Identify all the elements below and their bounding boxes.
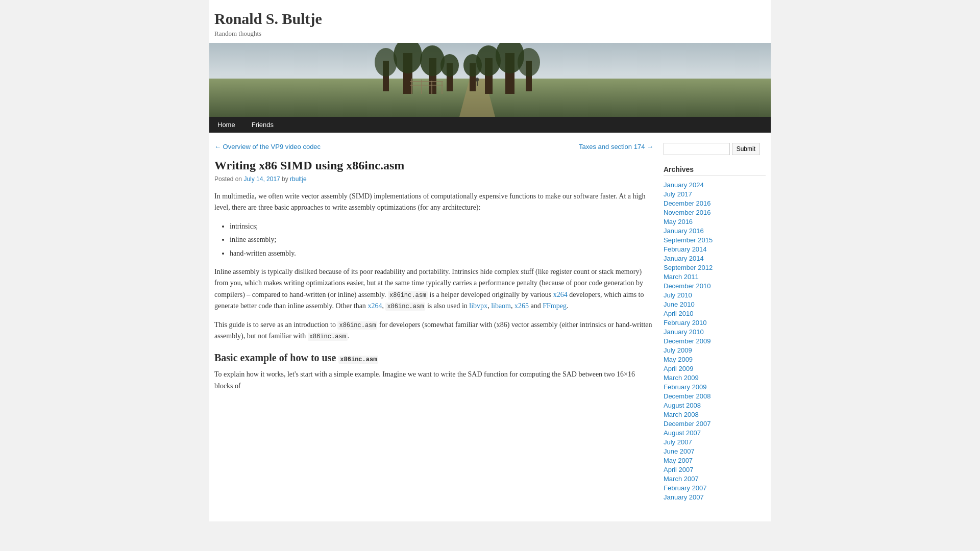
archive-link[interactable]: January 2010 [664,328,704,336]
link-x265[interactable]: x265 [514,302,529,310]
archive-link[interactable]: July 2017 [664,190,692,198]
archive-list-item: March 2011 [664,273,766,281]
svg-point-6 [420,45,445,76]
main-content: ← Overview of the VP9 video codec Taxes … [214,143,653,511]
archive-link[interactable]: December 2010 [664,282,711,290]
archive-link[interactable]: August 2007 [664,429,701,437]
search-form[interactable]: Search [664,143,766,155]
archive-list-item: December 2009 [664,337,766,345]
sidebar: Search Archives January 2024July 2017Dec… [664,143,766,511]
archive-link[interactable]: July 2010 [664,291,692,299]
banner-image [209,43,771,117]
site-title[interactable]: Ronald S. Bultje [214,10,771,28]
svg-point-18 [518,48,540,77]
search-button[interactable]: Search [732,143,760,155]
svg-rect-19 [411,79,412,94]
site-title-link[interactable]: Ronald S. Bultje [214,10,322,27]
archive-list-item: December 2010 [664,282,766,290]
post-content: In multimedia, we often write vector ass… [214,191,653,392]
archive-link[interactable]: August 2008 [664,402,701,409]
post-date-link[interactable]: July 14, 2017 [243,176,280,183]
archive-list-item: September 2012 [664,264,766,271]
link-libaom[interactable]: libaom [491,302,511,310]
archive-list-item: May 2009 [664,356,766,363]
archive-link[interactable]: January 2014 [664,255,704,262]
archive-link[interactable]: March 2011 [664,273,699,281]
link-libvpx[interactable]: libvpx [469,302,487,310]
archive-link[interactable]: December 2008 [664,392,711,400]
archive-link[interactable]: February 2007 [664,484,707,492]
archive-link[interactable]: July 2007 [664,438,692,446]
archive-list-item: July 2009 [664,346,766,354]
archive-link[interactable]: December 2016 [664,199,711,207]
archive-link[interactable]: April 2007 [664,466,694,473]
search-input[interactable] [664,143,730,155]
archive-link[interactable]: May 2007 [664,457,693,464]
archive-list-item: January 2014 [664,255,766,262]
archive-list-item: February 2009 [664,383,766,391]
archive-link[interactable]: September 2015 [664,236,713,244]
archive-list-item: February 2007 [664,484,766,492]
search-widget: Search [664,143,766,155]
archive-list-item: March 2007 [664,475,766,483]
archive-link[interactable]: January 2016 [664,227,704,235]
archive-link[interactable]: March 2009 [664,374,699,382]
archive-link[interactable]: December 2009 [664,337,711,345]
archive-link[interactable]: February 2014 [664,245,707,253]
archive-list-item: December 2016 [664,199,766,207]
archive-link[interactable]: January 2024 [664,181,704,189]
post-author-link[interactable]: rbultje [290,176,307,183]
archive-list-item: January 2016 [664,227,766,235]
nav-link-friends[interactable]: Friends [243,117,282,133]
archive-list-item: January 2007 [664,493,766,501]
archive-list-item: March 2008 [664,411,766,418]
archive-list-item: March 2009 [664,374,766,382]
archive-list-item: June 2007 [664,447,766,455]
archive-link[interactable]: December 2007 [664,420,711,428]
archive-link[interactable]: May 2016 [664,218,693,226]
svg-point-16 [375,48,397,77]
archive-list-item: December 2008 [664,392,766,400]
link-x264-2[interactable]: x264 [368,302,382,310]
nav-link-home[interactable]: Home [209,117,243,133]
archive-link[interactable]: November 2016 [664,209,711,216]
archive-link[interactable]: April 2010 [664,310,694,317]
archive-link[interactable]: July 2009 [664,346,692,354]
archive-list-item: January 2024 [664,181,766,189]
svg-point-8 [440,54,459,77]
nav-item-friends[interactable]: Friends [243,117,282,133]
archive-list-item: May 2016 [664,218,766,226]
archive-list-item: February 2010 [664,319,766,327]
archive-link[interactable]: September 2012 [664,264,713,271]
archive-link[interactable]: January 2007 [664,493,704,501]
archive-list-item: January 2010 [664,328,766,336]
site-tagline: Random thoughts [214,30,771,38]
archives-widget: Archives January 2024July 2017December 2… [664,165,766,501]
link-ffmpeg[interactable]: FFmpeg [543,302,567,310]
prev-post-link[interactable]: ← Overview of the VP9 video codec [214,143,321,151]
archive-link[interactable]: May 2009 [664,356,693,363]
archive-link[interactable]: June 2010 [664,300,695,308]
archives-title: Archives [664,165,766,176]
archive-list-item: May 2007 [664,457,766,464]
code-x86inc-4: x86inc.asm [308,333,348,341]
archive-link[interactable]: April 2009 [664,365,694,372]
svg-point-14 [463,54,482,77]
post-paragraph-1: In multimedia, we often write vector ass… [214,191,653,214]
svg-rect-21 [431,81,432,94]
archive-link[interactable]: June 2007 [664,447,695,455]
archive-link[interactable]: February 2010 [664,319,707,327]
site-header: Ronald S. Bultje Random thoughts [209,0,771,43]
nav-item-home[interactable]: Home [209,117,243,133]
archive-link[interactable]: March 2007 [664,475,699,483]
link-x264-1[interactable]: x264 [553,291,568,298]
archives-list: January 2024July 2017December 2016Novemb… [664,181,766,501]
code-x86inc-h2: x86inc.asm [338,356,378,364]
archive-list-item: August 2008 [664,402,766,409]
archive-link[interactable]: March 2008 [664,411,699,418]
post: Writing x86 SIMD using x86inc.asm Posted… [214,159,653,392]
next-post-link[interactable]: Taxes and section 174 → [579,143,653,151]
archive-list-item: April 2010 [664,310,766,317]
list-item: intrinsics; [230,221,653,232]
archive-link[interactable]: February 2009 [664,383,707,391]
